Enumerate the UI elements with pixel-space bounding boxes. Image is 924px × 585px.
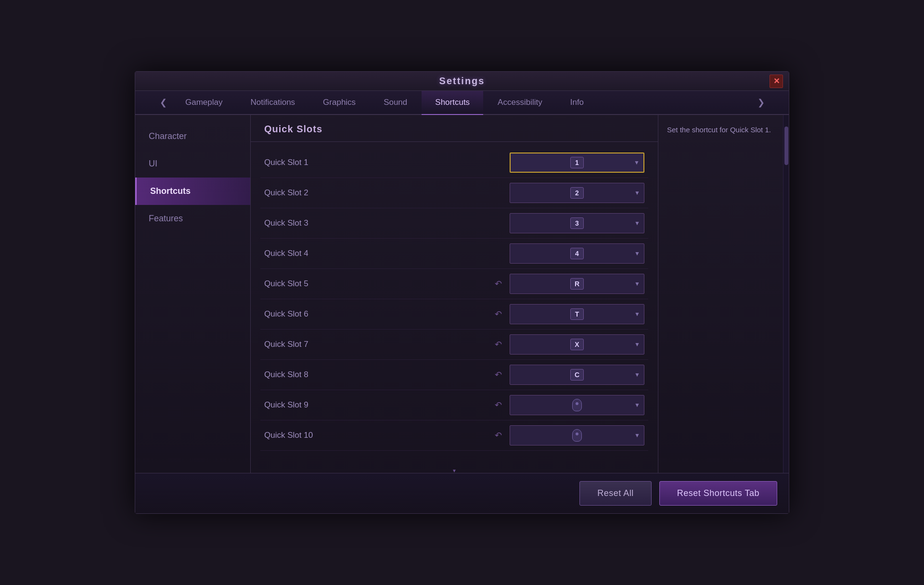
- dropdown-arrow-9: ▼: [634, 402, 640, 408]
- tab-list: GameplayNotificationsGraphicsSoundShortc…: [172, 91, 752, 114]
- tab-gameplay[interactable]: Gameplay: [172, 91, 236, 115]
- dropdown-arrow-8: ▼: [634, 371, 640, 378]
- key-dropdown-4[interactable]: 4▼: [510, 243, 644, 264]
- shortcut-row-5: Quick Slot 5↶R▼: [260, 269, 648, 299]
- tab-nav-right[interactable]: ❯: [752, 94, 770, 111]
- sidebar-item-features[interactable]: Features: [135, 205, 250, 232]
- info-text: Set the shortcut for Quick Slot 1.: [667, 126, 771, 134]
- dropdown-arrow-10: ▼: [634, 432, 640, 439]
- shortcut-row-2: Quick Slot 22▼: [260, 178, 648, 208]
- key-icon-3: 3: [570, 217, 584, 229]
- key-icon-6: T: [570, 308, 584, 320]
- key-dropdown-5[interactable]: R▼: [510, 274, 644, 294]
- sidebar-item-ui[interactable]: UI: [135, 150, 250, 178]
- dropdown-arrow-3: ▼: [634, 220, 640, 227]
- dropdown-arrow-1: ▼: [634, 159, 640, 166]
- shortcut-label-5: Quick Slot 5: [264, 279, 490, 289]
- shortcut-label-4: Quick Slot 4: [264, 249, 510, 258]
- shortcut-label-10: Quick Slot 10: [264, 431, 490, 440]
- shortcut-row-9: Quick Slot 9↶▼: [260, 390, 648, 420]
- shortcut-row-1: Quick Slot 11▼: [260, 148, 648, 178]
- settings-window: Settings ✕ ❮ GameplayNotificationsGraphi…: [135, 71, 789, 514]
- dropdown-arrow-5: ▼: [634, 280, 640, 287]
- sidebar-item-character[interactable]: Character: [135, 123, 250, 150]
- key-icon-4: 4: [570, 248, 584, 259]
- shortcut-row-10: Quick Slot 10↶▼: [260, 420, 648, 451]
- shortcut-row-4: Quick Slot 44▼: [260, 239, 648, 269]
- dropdown-arrow-6: ▼: [634, 311, 640, 318]
- key-icon-2: 2: [570, 187, 584, 199]
- shortcut-label-9: Quick Slot 9: [264, 400, 490, 410]
- reset-shortcuts-tab-button[interactable]: Reset Shortcuts Tab: [659, 481, 777, 506]
- key-dropdown-2[interactable]: 2▼: [510, 183, 644, 203]
- key-dropdown-7[interactable]: X▼: [510, 334, 644, 355]
- key-icon-5: R: [570, 278, 584, 290]
- reset-icon-6[interactable]: ↶: [490, 306, 506, 322]
- tab-graphics[interactable]: Graphics: [309, 91, 369, 115]
- tab-sound[interactable]: Sound: [370, 91, 421, 115]
- reset-icon-5[interactable]: ↶: [490, 276, 506, 292]
- right-scrollbar[interactable]: [783, 115, 789, 473]
- reset-icon-7[interactable]: ↶: [490, 337, 506, 352]
- shortcut-row-3: Quick Slot 33▼: [260, 208, 648, 239]
- mouse-icon-9: [572, 399, 582, 411]
- info-panel: Set the shortcut for Quick Slot 1.: [658, 115, 783, 473]
- key-icon-1: 1: [570, 157, 584, 168]
- shortcut-row-6: Quick Slot 6↶T▼: [260, 299, 648, 330]
- key-dropdown-6[interactable]: T▼: [510, 304, 644, 324]
- key-dropdown-8[interactable]: C▼: [510, 365, 644, 385]
- reset-icon-8[interactable]: ↶: [490, 367, 506, 382]
- shortcut-label-2: Quick Slot 2: [264, 188, 510, 198]
- shortcut-label-7: Quick Slot 7: [264, 340, 490, 349]
- tab-info[interactable]: Info: [557, 91, 597, 115]
- shortcut-label-6: Quick Slot 6: [264, 309, 490, 319]
- dropdown-arrow-2: ▼: [634, 190, 640, 196]
- section-header: Quick Slots: [251, 115, 658, 142]
- reset-icon-10[interactable]: ↶: [490, 428, 506, 443]
- bottom-bar: Reset All Reset Shortcuts Tab: [135, 473, 789, 513]
- section-title: Quick Slots: [264, 124, 322, 134]
- key-dropdown-1[interactable]: 1▼: [510, 153, 644, 173]
- scroll-indicator: ▼: [449, 468, 459, 473]
- reset-all-button[interactable]: Reset All: [579, 481, 652, 506]
- shortcuts-list[interactable]: Quick Slot 11▼Quick Slot 22▼Quick Slot 3…: [251, 142, 658, 468]
- close-button[interactable]: ✕: [770, 75, 783, 88]
- tab-notifications[interactable]: Notifications: [237, 91, 308, 115]
- key-dropdown-9[interactable]: ▼: [510, 395, 644, 415]
- shortcut-label-8: Quick Slot 8: [264, 370, 490, 380]
- dropdown-arrow-7: ▼: [634, 341, 640, 348]
- title-bar: Settings ✕: [135, 72, 789, 91]
- sidebar-item-shortcuts[interactable]: Shortcuts: [135, 178, 250, 205]
- tab-accessibility[interactable]: Accessibility: [484, 91, 556, 115]
- mouse-icon-10: [572, 429, 582, 442]
- key-dropdown-3[interactable]: 3▼: [510, 213, 644, 233]
- shortcut-label-1: Quick Slot 1: [264, 158, 510, 167]
- key-dropdown-10[interactable]: ▼: [510, 425, 644, 445]
- key-icon-8: C: [570, 369, 584, 381]
- scroll-thumb[interactable]: [784, 127, 788, 165]
- sidebar: CharacterUIShortcutsFeatures: [135, 115, 251, 473]
- shortcut-row-8: Quick Slot 8↶C▼: [260, 360, 648, 390]
- window-title: Settings: [439, 76, 485, 87]
- main-content: CharacterUIShortcutsFeatures Quick Slots…: [135, 115, 789, 473]
- tab-nav-left[interactable]: ❮: [154, 94, 172, 111]
- dropdown-arrow-4: ▼: [634, 250, 640, 257]
- tab-shortcuts[interactable]: Shortcuts: [422, 91, 483, 115]
- shortcut-row-7: Quick Slot 7↶X▼: [260, 330, 648, 360]
- reset-icon-9[interactable]: ↶: [490, 397, 506, 413]
- key-icon-7: X: [570, 339, 584, 350]
- tab-bar: ❮ GameplayNotificationsGraphicsSoundShor…: [135, 91, 789, 115]
- shortcut-label-3: Quick Slot 3: [264, 218, 510, 228]
- content-panel: Quick Slots Quick Slot 11▼Quick Slot 22▼…: [251, 115, 658, 473]
